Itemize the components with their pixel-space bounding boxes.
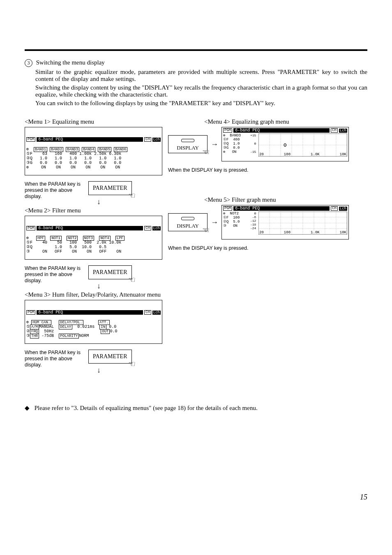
section-rule <box>25 49 367 51</box>
menu4-lcd: PGM 6-band PEQ CH Lch ⊕ BAND3 ①F 400 ②Q … <box>221 127 349 161</box>
graph-side-info: ⊕ NOT2 ①F 100 ②Q 5.0 ③ ON <box>223 212 249 238</box>
menu5-note: When the DISPLAY key is pressed. <box>168 245 349 251</box>
menu5-label: <Menu 5> Filter graph menu <box>204 196 349 203</box>
lcd-body: ⊕ HPF NOT1 NOT2 NOT3 NOT4 LPF ①F 40 50 1… <box>26 236 125 254</box>
display-key-2[interactable]: DISPLAY ☞ <box>168 213 208 231</box>
y-axis: +15 0 -15 <box>250 134 258 152</box>
menu3-lcd: PGM 6-band PEQ CH Lch ⊕ HUM CAN. DELAY/P… <box>25 300 162 344</box>
arrow-right-icon: → <box>211 140 218 149</box>
ch-tag: CH <box>144 137 151 142</box>
parameter-key-3[interactable]: PARAMETER ☞ ↓ <box>88 350 132 364</box>
menu4-note: When the DISPLAY key is pressed. <box>168 167 349 173</box>
graph-side-info: ⊕ BAND3 ①F 400 ②Q 1.0 ③G 0.0 ⊕ ON <box>223 134 249 160</box>
pgm-tag: PGM <box>26 137 35 142</box>
paragraph-2: Switching the display content by using t… <box>35 84 367 98</box>
pointing-hand-icon: ☞ <box>202 147 210 157</box>
menu1-lcd: PGM 6-band PEQ CH Lch ⊕ BAND1 BAND2 BAND… <box>25 127 162 175</box>
display-key-1[interactable]: DISPLAY ☞ <box>168 135 208 153</box>
footer-note: ◆ Please refer to "3. Details of equaliz… <box>25 404 367 412</box>
ch-val: Lch <box>152 138 161 142</box>
arrow-right-icon: → <box>211 218 218 227</box>
menu4-label: <Menu 4> Equalizing graph menu <box>204 118 349 125</box>
key-slot-icon <box>181 139 194 142</box>
menu3-label: <Menu 3> Hum filter, Delay/Polarity, Att… <box>25 291 162 298</box>
pointing-hand-icon: ☞ <box>202 225 210 235</box>
freq-graph <box>258 134 347 157</box>
page-number: 15 <box>360 493 367 502</box>
y-axis: 0 -6 -12 -18 -24 <box>250 212 258 230</box>
parameter-key-2[interactable]: PARAMETER ☞ ↓ <box>88 265 132 279</box>
menu1-note: When the PARAM key is pressed in the abo… <box>25 181 84 200</box>
parameter-key-1[interactable]: PARAMETER ☞ ↓ <box>88 181 132 195</box>
filter-graph <box>258 212 347 235</box>
lcd-body: ⊕ HUM CAN. DELAY/POL. ATT. ①A/MMANUAL DE… <box>26 320 117 338</box>
paragraph-3: You can switch to the following displays… <box>35 100 367 107</box>
menu3-note: When the PARAM key is pressed in the abo… <box>25 350 84 368</box>
arrow-down-icon: ↓ <box>97 282 101 290</box>
key-slot-icon <box>181 217 194 220</box>
arrow-down-icon: ↓ <box>97 366 101 375</box>
menu1-label: <Menu 1> Equalizing menu <box>25 118 162 125</box>
lcd-body: ⊕ BAND1 BAND2 BAND3 BAND4 BAND5 BAND6 ①F… <box>26 147 127 170</box>
pointing-hand-icon: ☞ <box>128 191 136 200</box>
paragraph-1: Similar to the graphic equalizer mode, p… <box>35 69 367 83</box>
step-heading: 3 Switching the menu display <box>25 59 367 67</box>
step-number-circle: 3 <box>25 59 32 67</box>
lcd-title: 6-band PEQ <box>37 137 143 142</box>
menu2-lcd: PGM 6-band PEQ CH Lch ⊕ HPF NOT1 NOT2 NO… <box>25 216 162 260</box>
pointing-hand-icon: ☞ <box>128 275 136 285</box>
menu2-label: <Menu 2> Filter menu <box>25 207 162 214</box>
diamond-bullet-icon: ◆ <box>25 405 30 411</box>
menu5-lcd: PGM 6-band PEQ CH Lch ⊕ NOT2 ①F 100 ②Q 5… <box>221 205 349 240</box>
menu2-note: When the PARAM key is pressed in the abo… <box>25 265 84 284</box>
arrow-down-icon: ↓ <box>97 198 101 206</box>
pointing-hand-icon: ☞ <box>128 359 136 369</box>
step-title: Switching the menu display <box>36 59 105 66</box>
